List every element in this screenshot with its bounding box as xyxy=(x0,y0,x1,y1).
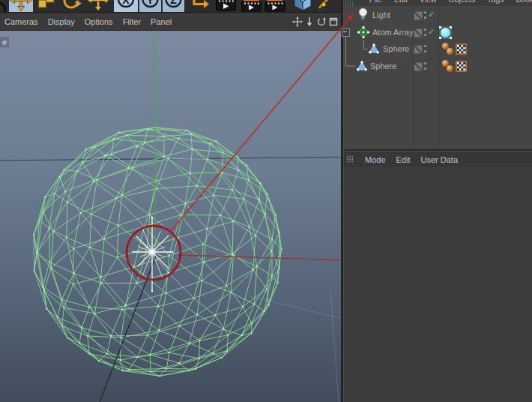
visibility-dots[interactable] xyxy=(424,28,427,38)
object-row-atom-array[interactable]: Atom Array ✓ xyxy=(344,24,532,40)
zoom-icon[interactable] xyxy=(304,16,315,27)
svg-text:Z: Z xyxy=(170,0,177,6)
enable-check-icon[interactable]: ✓ xyxy=(428,10,435,20)
axis-tool-button[interactable] xyxy=(86,0,110,12)
texture-tag-checker[interactable] xyxy=(456,44,467,55)
attr-menu-mode[interactable]: Mode xyxy=(365,155,386,164)
toggle-view-icon[interactable] xyxy=(328,16,339,27)
object-label[interactable]: Sphere xyxy=(370,62,396,70)
object-row-sphere-1[interactable]: Sphere xyxy=(344,40,532,57)
scale-tool-button[interactable] xyxy=(35,0,58,12)
visibility-dots[interactable] xyxy=(424,62,427,71)
collapse-toggle[interactable] xyxy=(342,28,350,37)
pan-icon[interactable] xyxy=(292,16,303,27)
camera-label-fragment: e xyxy=(0,37,9,47)
enable-check-icon[interactable]: ✓ xyxy=(428,27,435,37)
coordinate-system-button[interactable] xyxy=(187,0,210,12)
menu-options[interactable]: Options xyxy=(85,17,113,26)
om-menu-objects[interactable]: Objects xyxy=(443,0,482,5)
history-partial-icon[interactable] xyxy=(0,0,6,12)
layer-swatch[interactable] xyxy=(414,45,423,54)
object-row-light[interactable]: Light ✓ xyxy=(344,7,532,23)
panel-grip-icon[interactable] xyxy=(346,155,354,164)
x-axis-lock-button[interactable]: X xyxy=(114,0,138,12)
light-icon[interactable] xyxy=(358,8,368,23)
sphere-icon[interactable] xyxy=(369,44,379,56)
om-menu-file[interactable]: File xyxy=(363,0,388,5)
project-cube-button[interactable] xyxy=(291,0,315,12)
svg-text:X: X xyxy=(122,0,130,6)
visibility-dots[interactable] xyxy=(424,10,427,20)
svg-text:Y: Y xyxy=(147,0,154,6)
om-menu-view[interactable]: View xyxy=(414,0,443,5)
panel-grip-icon[interactable] xyxy=(345,0,354,6)
om-menu-tags[interactable]: Tags xyxy=(481,0,510,5)
object-label[interactable]: Light xyxy=(372,10,390,20)
object-manager-panel: File Edit View Objects Tags Bookmarks xyxy=(344,0,532,402)
visibility-dots[interactable] xyxy=(424,44,427,54)
texture-tag-cyan[interactable] xyxy=(439,26,452,39)
attr-menu-edit[interactable]: Edit xyxy=(396,155,411,164)
viewport-menubar: Cameras Display Options Filter Panel xyxy=(0,13,341,31)
om-menu-edit[interactable]: Edit xyxy=(388,0,414,5)
menu-cameras[interactable]: Cameras xyxy=(4,17,38,26)
attr-menu-userdata[interactable]: User Data xyxy=(421,155,459,164)
layer-swatch[interactable] xyxy=(414,11,423,20)
object-row-sphere-2[interactable]: Sphere xyxy=(344,58,532,74)
phong-tag[interactable] xyxy=(442,43,454,56)
render-to-picture-viewer-button[interactable] xyxy=(240,0,264,12)
viewport-scene xyxy=(0,31,341,402)
attribute-manager-menubar: Mode Edit User Data xyxy=(344,151,532,168)
om-menu-bookmarks[interactable]: Bookmarks xyxy=(510,0,532,5)
orbit-icon[interactable] xyxy=(316,16,327,27)
perspective-viewport[interactable]: e xyxy=(0,31,341,402)
object-label[interactable]: Atom Array xyxy=(372,28,413,37)
phong-tag[interactable] xyxy=(442,60,454,73)
spline-pen-button[interactable] xyxy=(318,0,341,12)
menu-filter[interactable]: Filter xyxy=(123,17,141,26)
layer-swatch[interactable] xyxy=(414,62,423,71)
z-axis-lock-button[interactable]: Z xyxy=(163,0,184,12)
y-axis-lock-button[interactable]: Y xyxy=(139,0,161,12)
menu-panel[interactable]: Panel xyxy=(151,17,172,26)
main-toolbar: X Y Z xyxy=(0,0,341,13)
layer-swatch[interactable] xyxy=(414,28,423,38)
cinema4d-window: X Y Z xyxy=(0,0,532,402)
sphere-icon[interactable] xyxy=(357,61,367,73)
edit-render-settings-button[interactable] xyxy=(264,0,286,12)
atom-array-icon[interactable] xyxy=(357,26,369,40)
texture-tag-checker[interactable] xyxy=(456,61,467,72)
attribute-manager-body xyxy=(344,167,532,402)
object-label[interactable]: Sphere xyxy=(383,44,409,53)
object-tree: Light ✓ Atom Array ✓ xyxy=(344,6,532,149)
rotate-tool-button[interactable] xyxy=(60,0,84,12)
render-view-button[interactable] xyxy=(214,0,238,12)
move-tool-button[interactable] xyxy=(9,0,33,12)
menu-display[interactable]: Display xyxy=(48,17,75,26)
